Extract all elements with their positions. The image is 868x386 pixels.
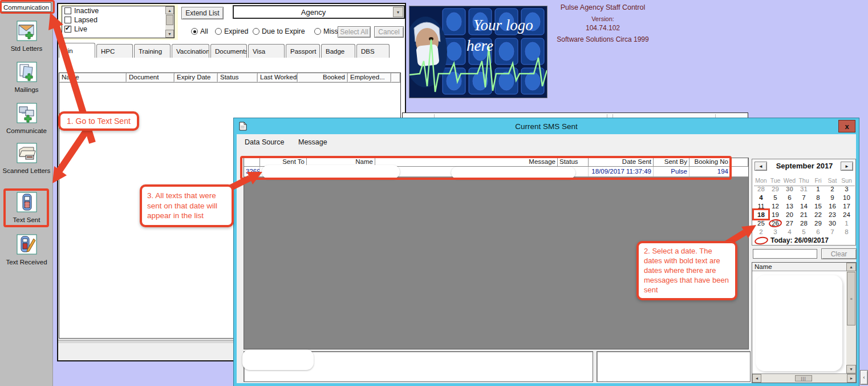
tab-badge[interactable]: Badge [321, 44, 355, 58]
checkbox-live[interactable] [64, 26, 71, 33]
radio-due-to-expire[interactable]: Due to Expire [253, 27, 305, 35]
sidebar-item-std-letters[interactable]: Std Letters [0, 21, 53, 53]
scroll-right-icon[interactable]: ► [847, 374, 856, 383]
scrollbar-grip[interactable]: ||| [795, 375, 812, 381]
calendar-day-cell[interactable]: 16 [825, 202, 839, 210]
checkbox-inactive[interactable] [64, 7, 71, 14]
calendar-today-label[interactable]: Today: 26/09/2017 [770, 236, 829, 244]
scroll-left-icon[interactable]: ◄ [752, 374, 761, 383]
calendar-day-cell[interactable]: 2 [754, 227, 768, 236]
radio-button-icon[interactable] [314, 28, 321, 35]
scrollbar-thumb[interactable]: ≡ [847, 272, 855, 325]
calendar-day-cell[interactable]: 3 [839, 184, 854, 193]
column-header-last-worked[interactable]: Last Worked [258, 73, 298, 82]
sidebar-item-mailings[interactable]: Mailings [0, 62, 53, 94]
calendar-day-cell[interactable]: 26 [768, 219, 782, 227]
radio-button-icon[interactable] [253, 28, 259, 35]
name-list-header[interactable]: Name [752, 263, 846, 271]
radio-button-icon[interactable] [191, 28, 198, 35]
name-list-vscrollbar[interactable]: ▲ ≡ ▼ [846, 263, 856, 373]
calendar-day-cell[interactable]: 28 [754, 184, 768, 193]
scrollbar-thumb[interactable] [166, 15, 173, 25]
calendar-day-cell[interactable]: 18 [754, 210, 768, 219]
scroll-up-icon[interactable]: ▲ [846, 263, 856, 271]
calendar-day-cell[interactable]: 13 [782, 202, 797, 210]
calendar-day-cell[interactable]: 11 [754, 202, 768, 210]
tab-pin[interactable]: Pin [59, 43, 95, 58]
calendar-day-cell[interactable]: 3 [768, 227, 782, 236]
sidebar-item-communicate[interactable]: Communicate [0, 103, 53, 135]
calendar-day-cell[interactable]: 22 [811, 210, 825, 219]
calendar-day-cell[interactable]: 28 [797, 219, 811, 227]
calendar-day-cell[interactable]: 15 [811, 202, 825, 210]
calendar-day-cell[interactable]: 29 [768, 184, 782, 193]
calendar-day-cell[interactable]: 1 [811, 184, 825, 193]
calendar-day-cell[interactable]: 2 [825, 184, 839, 193]
listbox-scrollbar[interactable]: ▲ ▼ [165, 6, 174, 38]
calendar-day-cell[interactable]: 25 [754, 219, 768, 227]
calendar-day-cell[interactable]: 19 [768, 210, 782, 219]
calendar-day-cell[interactable]: 20 [782, 210, 797, 219]
select-all-button[interactable]: Select All [338, 26, 371, 38]
radio-all[interactable]: All [191, 27, 208, 35]
calendar-day-cell[interactable]: 12 [768, 202, 782, 210]
tab-training[interactable]: Training [134, 44, 171, 58]
status-filter-live[interactable]: Live [62, 25, 174, 34]
calendar-day-cell[interactable]: 5 [797, 227, 811, 236]
column-header-status[interactable]: Status [218, 73, 258, 82]
scroll-up-icon[interactable]: ▲ [165, 6, 174, 14]
radio-button-icon[interactable] [215, 28, 222, 35]
dialog-titlebar[interactable]: Current SMS Sent x [234, 118, 859, 134]
calendar-day-cell[interactable]: 23 [825, 210, 839, 219]
calendar-day-cell[interactable]: 6 [782, 193, 797, 202]
column-header-expiry-date[interactable]: Expiry Date [175, 73, 218, 82]
column-header-booked[interactable]: Booked [298, 73, 348, 82]
scroll-down-icon[interactable]: ▼ [846, 365, 856, 373]
calendar-day-cell[interactable]: 29 [811, 219, 825, 227]
tab-dbs[interactable]: DBS [356, 44, 390, 58]
calendar-day-cell[interactable]: 10 [839, 193, 854, 202]
calendar-day-cell[interactable]: 8 [811, 193, 825, 202]
agency-dropdown[interactable]: Agency ▼ [233, 5, 405, 19]
calendar-day-cell[interactable]: 4 [782, 227, 797, 236]
chevron-down-icon[interactable]: ▼ [393, 7, 403, 17]
calendar-day-cell[interactable]: 8 [839, 227, 854, 236]
tab-documents[interactable]: Documents [210, 44, 247, 58]
calendar-day-cell[interactable]: 4 [754, 193, 768, 202]
calendar-day-cell[interactable]: 9 [825, 193, 839, 202]
tab-vaccination[interactable]: Vaccination [172, 44, 209, 58]
calendar-day-cell[interactable]: 24 [839, 210, 854, 219]
calendar-day-cell[interactable]: 6 [811, 227, 825, 236]
calendar-day-cell[interactable]: 30 [825, 219, 839, 227]
column-header-employed[interactable]: Employed... [348, 73, 391, 82]
tab-hpc[interactable]: HPC [96, 44, 133, 58]
column-header-document[interactable]: Document [127, 73, 175, 82]
calendar-day-cell[interactable]: 21 [797, 210, 811, 219]
name-list-hscrollbar[interactable]: ◄ ||| ► [752, 373, 856, 383]
tab-passport[interactable]: Passport [286, 44, 320, 58]
scroll-down-icon[interactable]: ▼ [165, 30, 174, 38]
partial-scroll-arrow[interactable]: ‹ [860, 370, 868, 385]
clear-button[interactable]: Clear [821, 248, 857, 259]
sidebar-item-scanned-letters[interactable]: Scanned Letters [0, 143, 53, 175]
calendar-next-icon[interactable]: ► [841, 162, 853, 171]
menu-message[interactable]: Message [298, 138, 327, 146]
extend-list-button[interactable]: Extend List [181, 7, 224, 19]
calendar-day-cell[interactable]: 27 [782, 219, 797, 227]
status-filter-lapsed[interactable]: Lapsed [62, 15, 174, 25]
calendar-day-cell[interactable]: 5 [768, 193, 782, 202]
calendar-day-cell[interactable]: 7 [825, 227, 839, 236]
calendar-day-cell[interactable]: 30 [782, 184, 797, 193]
calendar-day-cell[interactable]: 31 [797, 184, 811, 193]
tab-visa[interactable]: Visa [248, 44, 285, 58]
name-filter-input[interactable] [753, 249, 817, 259]
status-filter-inactive[interactable]: Inactive [62, 6, 174, 15]
calendar-day-cell[interactable]: 17 [839, 202, 854, 210]
radio-expired[interactable]: Expired [215, 27, 248, 35]
checkbox-lapsed[interactable] [64, 17, 71, 23]
cancel-button[interactable]: Cancel [374, 26, 404, 38]
close-icon[interactable]: x [838, 120, 855, 132]
calendar-day-cell[interactable]: 14 [797, 202, 811, 210]
calendar-day-cell[interactable]: 7 [797, 193, 811, 202]
sidebar-item-text-received[interactable]: Text Received [0, 234, 53, 266]
